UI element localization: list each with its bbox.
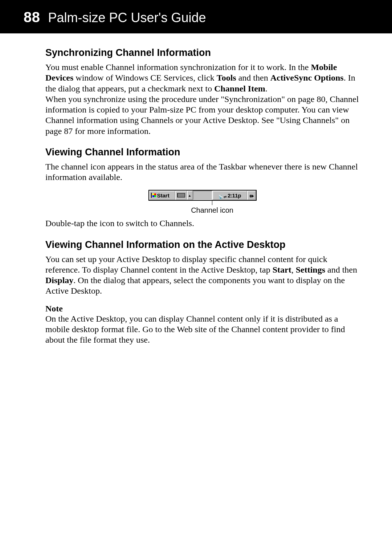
clock-text: 2:11p bbox=[228, 192, 241, 199]
paragraph-double-tap: Double-tap the icon to switch to Channel… bbox=[45, 218, 359, 229]
channel-icon bbox=[223, 193, 227, 197]
bold-display: Display bbox=[45, 276, 73, 285]
figure-taskbar: Start 2:11p Channel icon bbox=[45, 190, 359, 215]
bold-settings: Settings bbox=[296, 265, 325, 274]
start-label: Start bbox=[157, 192, 170, 199]
text: and then bbox=[325, 265, 357, 274]
keyboard-icon bbox=[177, 193, 185, 197]
start-button[interactable]: Start bbox=[149, 191, 175, 200]
windows-icon bbox=[151, 193, 156, 198]
text: . On the dialog that appears, select the… bbox=[45, 276, 345, 295]
paragraph-channel-icon-desc: The channel icon appears in the status a… bbox=[45, 162, 359, 183]
bold-activesync-options: ActiveSync Options bbox=[270, 73, 344, 82]
taskbar-spacer bbox=[193, 191, 212, 200]
satellite-icon bbox=[218, 193, 222, 197]
taskbar: Start 2:11p bbox=[148, 190, 257, 201]
system-tray[interactable]: 2:11p bbox=[212, 191, 247, 200]
note-label: Note bbox=[45, 304, 359, 314]
paragraph-active-desktop: You can set up your Active Desktop to di… bbox=[45, 254, 359, 297]
page-number: 88 bbox=[24, 9, 40, 25]
bold-channel-item: Channel Item bbox=[214, 84, 265, 93]
up-arrow-button[interactable] bbox=[187, 191, 193, 200]
heading-viewing-on-active-desktop: Viewing Channel Information on the Activ… bbox=[45, 239, 359, 250]
page-header: 88 Palm-size PC User's Guide bbox=[0, 0, 392, 33]
text: window of Windows CE Services, click bbox=[73, 73, 217, 82]
desktop-icon bbox=[249, 192, 254, 199]
note-body: On the Active Desktop, you can display C… bbox=[45, 314, 359, 346]
bold-start: Start bbox=[273, 265, 291, 274]
page-content: Synchronizing Channel Information You mu… bbox=[0, 33, 392, 346]
book-title: Palm-size PC User's Guide bbox=[48, 10, 206, 25]
page: 88 Palm-size PC User's Guide Synchronizi… bbox=[0, 0, 392, 555]
heading-viewing-channel-info: Viewing Channel Information bbox=[45, 147, 359, 158]
callout-line bbox=[212, 201, 212, 205]
heading-sync-channel-info: Synchronizing Channel Information bbox=[45, 47, 359, 58]
text: , bbox=[291, 265, 296, 274]
figure-caption: Channel icon bbox=[55, 206, 369, 215]
bold-tools: Tools bbox=[217, 73, 236, 82]
text: You must enable Channel information sync… bbox=[45, 62, 311, 72]
desktop-button[interactable] bbox=[247, 191, 256, 200]
paragraph-sync-channel-info: You must enable Channel information sync… bbox=[45, 62, 359, 136]
text: When you synchronize using the procedure… bbox=[45, 94, 359, 136]
text: . bbox=[265, 84, 268, 93]
text: and then bbox=[236, 73, 270, 82]
keyboard-button[interactable] bbox=[175, 191, 187, 200]
